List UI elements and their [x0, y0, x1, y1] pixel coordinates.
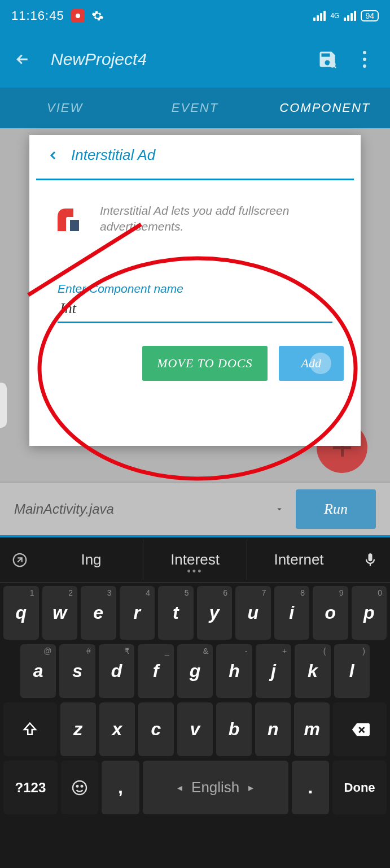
key-d[interactable]: ₹d	[99, 644, 134, 698]
key-l[interactable]: )l	[334, 644, 370, 698]
key-z[interactable]: z	[60, 702, 96, 756]
key-s[interactable]: #s	[59, 644, 95, 698]
key-x[interactable]: x	[99, 702, 135, 756]
key-p[interactable]: 0p	[352, 586, 387, 640]
key-j[interactable]: +j	[256, 644, 291, 698]
key-a[interactable]: @a	[20, 644, 56, 698]
input-label: Enter Component name	[58, 282, 332, 296]
more-options-button[interactable]	[350, 45, 379, 73]
key-r[interactable]: 4r	[120, 586, 155, 640]
svg-line-1	[334, 66, 336, 68]
svg-point-6	[73, 781, 86, 795]
tab-bar: VIEW EVENT COMPONENT	[0, 88, 390, 128]
signal-icon-2	[344, 11, 356, 21]
dialog-title: Interstitial Ad	[71, 146, 155, 164]
svg-point-7	[77, 785, 78, 787]
key-u[interactable]: 7u	[235, 586, 271, 640]
key-c[interactable]: c	[138, 702, 174, 756]
key-i[interactable]: 8i	[274, 586, 310, 640]
backspace-key[interactable]	[333, 702, 387, 756]
period-key[interactable]: .	[292, 761, 329, 814]
symbols-key[interactable]: ?123	[3, 761, 58, 814]
key-y[interactable]: 6y	[197, 586, 233, 640]
shift-key[interactable]	[3, 702, 57, 756]
key-f[interactable]: _f	[138, 644, 173, 698]
done-key[interactable]: Done	[332, 761, 387, 814]
back-button[interactable]	[11, 48, 34, 71]
key-h[interactable]: -h	[216, 644, 252, 698]
save-button[interactable]	[313, 45, 341, 73]
status-time: 11:16:45	[11, 8, 64, 23]
suggestion-3[interactable]: Internet	[247, 540, 350, 580]
dialog-description: Interstitial Ad lets you add fullscreen …	[100, 203, 338, 237]
app-title: NewProject4	[51, 50, 304, 69]
key-w[interactable]: 2w	[42, 586, 78, 640]
key-m[interactable]: m	[294, 702, 330, 756]
battery-icon: 94	[361, 10, 379, 21]
gear-icon	[91, 10, 104, 22]
key-k[interactable]: (k	[295, 644, 330, 698]
svg-point-8	[81, 785, 83, 787]
network-label: 4G	[330, 12, 339, 20]
key-e[interactable]: 3e	[81, 586, 116, 640]
chevron-down-icon	[274, 504, 284, 514]
component-dialog: Interstitial Ad Interstitial Ad lets you…	[29, 135, 361, 446]
add-button[interactable]: Add	[279, 346, 344, 381]
content-area: Interstitial Ad Interstitial Ad lets you…	[0, 128, 390, 535]
file-name: MainActivity.java	[14, 501, 114, 517]
kebab-icon	[363, 51, 366, 68]
suggestion-1[interactable]: Ing	[40, 540, 143, 580]
admob-icon	[52, 203, 86, 237]
file-bar: MainActivity.java Run	[0, 481, 390, 535]
edge-handle[interactable]	[0, 383, 7, 428]
soft-keyboard: Ing Interest••• Internet 1q2w3e4r5t6y7u8…	[0, 535, 390, 868]
clipboard-button[interactable]	[0, 552, 40, 568]
keyboard-language: English	[191, 779, 239, 796]
emoji-key[interactable]	[61, 761, 98, 814]
file-dropdown[interactable]: MainActivity.java	[14, 501, 284, 517]
key-v[interactable]: v	[177, 702, 213, 756]
key-n[interactable]: n	[255, 702, 291, 756]
key-g[interactable]: &g	[177, 644, 213, 698]
dialog-back-button[interactable]	[46, 149, 60, 162]
key-o[interactable]: 9o	[313, 586, 348, 640]
tab-event[interactable]: EVENT	[130, 88, 260, 128]
tab-view[interactable]: VIEW	[0, 88, 130, 128]
screen-record-icon	[71, 9, 85, 23]
suggestion-2[interactable]: Interest•••	[143, 540, 247, 580]
key-b[interactable]: b	[216, 702, 252, 756]
voice-input-button[interactable]	[350, 552, 390, 568]
component-name-input[interactable]	[58, 296, 332, 323]
key-q[interactable]: 1q	[3, 586, 39, 640]
move-to-docs-button[interactable]: MOVE TO DOCS	[142, 346, 267, 381]
key-t[interactable]: 5t	[158, 586, 194, 640]
signal-icon	[313, 11, 326, 21]
tab-component[interactable]: COMPONENT	[260, 88, 390, 128]
status-bar: 11:16:45 4G 94	[0, 0, 390, 31]
space-key[interactable]: ◂ English ▸	[143, 761, 288, 814]
app-bar: NewProject4	[0, 31, 390, 88]
svg-rect-2	[70, 220, 79, 231]
comma-key[interactable]: ,	[102, 761, 139, 814]
run-button[interactable]: Run	[296, 489, 376, 529]
